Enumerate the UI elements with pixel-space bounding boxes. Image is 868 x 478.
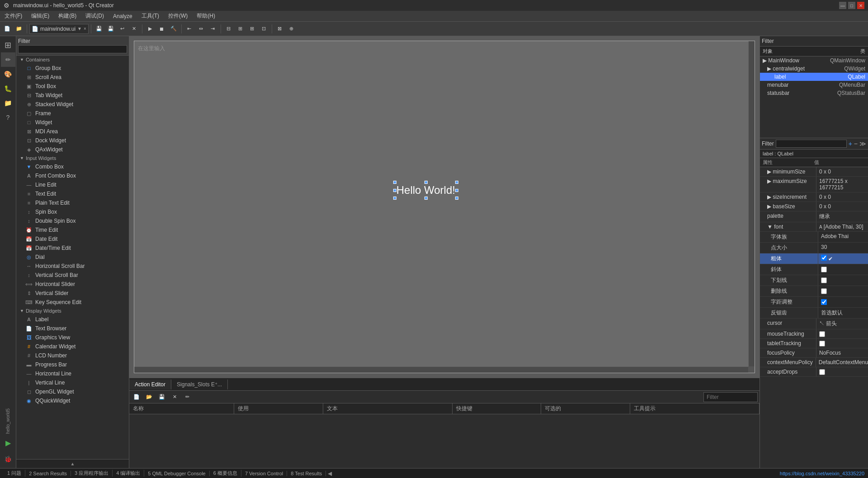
status-arrow[interactable]: ◀: [328, 470, 332, 477]
resize-handle-top-mid[interactable]: [425, 181, 428, 184]
prop-value-size-increment[interactable]: 0 x 0: [816, 192, 868, 202]
tree-menubar[interactable]: menubar QMenuBar: [760, 81, 868, 89]
menu-build[interactable]: 构建(B): [54, 11, 81, 21]
widget-tool-box[interactable]: ▣ Tool Box: [16, 82, 129, 91]
prop-value-minimum-size[interactable]: 0 x 0: [816, 167, 868, 176]
props-more-btn[interactable]: ≫: [859, 140, 866, 147]
status-blog-link[interactable]: https://blog.csdn.net/weixin_43335220: [780, 471, 864, 476]
icon-welcome[interactable]: ⊞: [1, 38, 15, 52]
form-canvas[interactable]: 在这里输入 Hello World!: [134, 41, 755, 373]
properties-filter-input[interactable]: [776, 140, 847, 148]
widget-horizontal-slider[interactable]: ⟺ Horizontal Slider: [16, 280, 129, 289]
action-filter-input[interactable]: [703, 392, 758, 402]
prop-value-font[interactable]: A[Adobe Thai, 30]: [816, 222, 868, 231]
accept-drops-checkbox[interactable]: [819, 369, 825, 375]
icon-help[interactable]: ?: [1, 110, 15, 125]
widget-plain-text-edit[interactable]: ≡ Plain Text Edit: [16, 198, 129, 207]
kerning-checkbox[interactable]: [821, 299, 827, 305]
icon-debug2[interactable]: 🐞: [1, 452, 15, 466]
toolbar-open-folder[interactable]: 📁: [14, 23, 24, 34]
widget-horizontal-scroll-bar[interactable]: ↔ Horizontal Scroll Bar: [16, 262, 129, 271]
project-label[interactable]: hello_world5: [4, 407, 12, 436]
resize-handle-top-left[interactable]: [393, 181, 396, 184]
widget-line-edit[interactable]: — Line Edit: [16, 180, 129, 189]
toolbar-stop[interactable]: ⏹: [156, 23, 167, 34]
prop-value-focus-policy[interactable]: NoFocus: [816, 348, 868, 357]
widget-lcd-number[interactable]: # LCD Number: [16, 351, 129, 360]
widget-double-spin-box[interactable]: ↕ Double Spin Box: [16, 216, 129, 225]
icon-debug[interactable]: 🐛: [1, 81, 15, 96]
widget-vertical-scroll-bar[interactable]: ↕ Vertical Scroll Bar: [16, 271, 129, 280]
menu-edit[interactable]: 编辑(E): [27, 11, 54, 21]
underline-checkbox[interactable]: [821, 277, 827, 283]
action-pencil-btn[interactable]: ✏: [182, 392, 193, 403]
toolbar-revert[interactable]: ↩: [117, 23, 128, 34]
resize-handle-mid-right[interactable]: [455, 189, 458, 192]
tree-label[interactable]: label QLabel: [760, 73, 868, 81]
bold-checkbox[interactable]: [821, 255, 827, 261]
widget-calendar-widget[interactable]: # Calendar Widget: [16, 342, 129, 351]
toolbar-break-layout[interactable]: ⊠: [274, 23, 285, 34]
widget-label[interactable]: A Label: [16, 315, 129, 324]
category-input-widgets[interactable]: ▼ Input Widgets: [16, 154, 129, 162]
hello-world-wrapper[interactable]: Hello World!: [395, 182, 457, 198]
widget-opengl-widget[interactable]: ◻ OpenGL Widget: [16, 387, 129, 396]
resize-handle-top-right[interactable]: [455, 181, 458, 184]
toolbar-save-all[interactable]: 💾: [105, 23, 116, 34]
icon-edit[interactable]: ✏: [1, 52, 15, 67]
props-add-btn[interactable]: +: [849, 140, 852, 147]
italic-checkbox[interactable]: [821, 267, 827, 272]
prop-value-point-size[interactable]: 30: [818, 243, 868, 253]
toolbar-align-right[interactable]: ⇥: [208, 23, 218, 34]
menu-help[interactable]: 帮助(H): [192, 11, 220, 21]
resize-handle-bot-left[interactable]: [393, 197, 396, 200]
widget-filter-input[interactable]: [18, 45, 127, 53]
toolbar-layout-v[interactable]: ⊞: [235, 23, 246, 34]
widget-qax-widget[interactable]: ◈ QAxWidget: [16, 145, 129, 154]
widget-vertical-slider[interactable]: ⇕ Vertical Slider: [16, 289, 129, 298]
widget-dock-widget[interactable]: ⊡ Dock Widget: [16, 136, 129, 145]
canvas-scrollbar-h[interactable]: [134, 366, 748, 373]
props-minus-btn[interactable]: −: [854, 140, 858, 147]
prop-value-accept-drops[interactable]: [816, 367, 868, 376]
menu-debug[interactable]: 调试(D): [81, 11, 108, 21]
action-open-btn[interactable]: 📂: [144, 392, 155, 403]
resize-handle-bot-mid[interactable]: [425, 197, 428, 200]
toolbar-align-left[interactable]: ⇤: [184, 23, 195, 34]
status-search-results[interactable]: 2 Search Results: [25, 471, 71, 476]
widget-dial[interactable]: ◎ Dial: [16, 253, 129, 262]
widget-font-combo-box[interactable]: A Font Combo Box: [16, 171, 129, 180]
widget-scroll-area[interactable]: ⊞ Scroll Area: [16, 73, 129, 82]
menu-tools[interactable]: 工具(T): [137, 11, 164, 21]
widget-text-edit[interactable]: ≡ Text Edit: [16, 189, 129, 198]
file-selector[interactable]: 📄 mainwindow.ui ▼ ×: [29, 24, 89, 34]
icon-run[interactable]: ▶: [1, 436, 15, 450]
widget-text-browser[interactable]: 📄 Text Browser: [16, 324, 129, 333]
tab-signals-slots[interactable]: Signals_Slots E⁺...: [171, 380, 228, 389]
prop-value-context-menu-policy[interactable]: DefaultContextMenu: [816, 358, 868, 367]
widget-frame[interactable]: ▢ Frame: [16, 109, 129, 118]
widget-combo-box[interactable]: ▼ Combo Box: [16, 162, 129, 171]
toolbar-layout-grid[interactable]: ⊞: [247, 23, 258, 34]
prop-value-strikeout[interactable]: [818, 286, 868, 296]
widget-horizontal-line[interactable]: — Horizontal Line: [16, 369, 129, 378]
action-delete-btn[interactable]: ✕: [169, 392, 180, 403]
tablet-tracking-checkbox[interactable]: [819, 341, 825, 347]
toolbar-close[interactable]: ✕: [129, 23, 140, 34]
toolbar-build[interactable]: 🔨: [168, 23, 179, 34]
icon-project[interactable]: 📁: [1, 96, 15, 110]
status-app-output[interactable]: 3 应用程序输出: [71, 470, 113, 477]
widget-vertical-line[interactable]: | Vertical Line: [16, 378, 129, 387]
prop-value-kerning[interactable]: [818, 297, 868, 307]
toolbar-adjust[interactable]: ⊕: [286, 23, 297, 34]
widget-date-edit[interactable]: 📅 Date Edit: [16, 234, 129, 244]
prop-value-mouse-tracking[interactable]: [816, 329, 868, 338]
status-qml-debugger[interactable]: 5 QML Debugger Console: [144, 471, 209, 476]
status-general-info[interactable]: 6 概要信息: [210, 470, 241, 477]
widget-datetime-edit[interactable]: 📅 Date/Time Edit: [16, 244, 129, 253]
toolbar-run[interactable]: ▶: [145, 23, 156, 34]
canvas-scrollbar-v[interactable]: [748, 41, 755, 366]
prop-value-palette[interactable]: 继承: [816, 211, 868, 222]
prop-value-italic[interactable]: [818, 264, 868, 275]
file-close-btn[interactable]: ×: [84, 26, 86, 31]
